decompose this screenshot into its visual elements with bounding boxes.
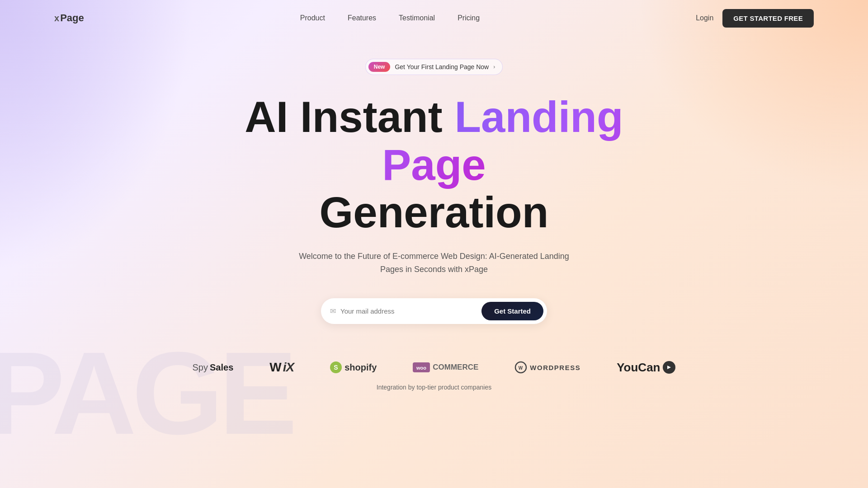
navigation: xPage Product Features Testimonial Prici… — [0, 0, 868, 36]
partner-wordpress: W WordPress — [514, 361, 580, 374]
nav-pricing[interactable]: Pricing — [458, 14, 480, 22]
shopify-icon: S — [330, 361, 342, 373]
svg-text:woo: woo — [416, 365, 426, 371]
svg-text:W: W — [519, 366, 523, 371]
nav-testimonial[interactable]: Testimonial — [399, 14, 435, 22]
email-icon: ✉ — [330, 307, 336, 315]
hero-title: AI Instant Landing Page Generation — [208, 93, 660, 236]
partner-spysales: SpySales — [193, 362, 234, 373]
svg-marker-6 — [667, 366, 671, 369]
logo-x: x — [54, 13, 59, 23]
nav-features[interactable]: Features — [348, 14, 376, 22]
email-input[interactable] — [340, 307, 481, 315]
badge-text: Get Your First Landing Page Now — [395, 63, 489, 70]
wordpress-icon: W — [514, 361, 527, 374]
nav-links: Product Features Testimonial Pricing — [300, 14, 480, 22]
nav-actions: Login GET STARTED FREE — [696, 9, 814, 28]
badge-new-label: New — [368, 62, 391, 72]
integration-text: Integration by top-tier product companie… — [377, 384, 491, 391]
logo[interactable]: xPage — [54, 12, 84, 24]
hero-subtitle: Welcome to the Future of E-commerce Web … — [298, 250, 570, 276]
logo-name: Page — [60, 12, 84, 24]
partner-wix: WiX — [269, 360, 294, 375]
announcement-badge[interactable]: New Get Your First Landing Page Now › — [365, 59, 503, 75]
email-form: ✉ Get Started — [321, 298, 547, 324]
email-submit-button[interactable]: Get Started — [481, 302, 543, 320]
partner-youcan: YouCan — [617, 361, 675, 375]
login-button[interactable]: Login — [696, 14, 713, 22]
partner-shopify: S shopify — [330, 361, 377, 373]
partners-section: SpySales WiX S shopify woo COMMERCE W W — [193, 360, 676, 375]
nav-product[interactable]: Product — [300, 14, 325, 22]
youcan-arrow-icon — [663, 361, 675, 374]
hero-title-line1: AI Instant — [245, 93, 454, 141]
svg-text:S: S — [334, 364, 338, 371]
main-content: New Get Your First Landing Page Now › AI… — [0, 36, 868, 391]
get-started-button[interactable]: GET STARTED FREE — [722, 9, 814, 28]
badge-arrow-icon: › — [493, 64, 495, 70]
woocommerce-icon: woo — [413, 362, 430, 372]
hero-title-line2: Generation — [320, 188, 549, 236]
partner-woocommerce: woo COMMERCE — [413, 362, 478, 372]
